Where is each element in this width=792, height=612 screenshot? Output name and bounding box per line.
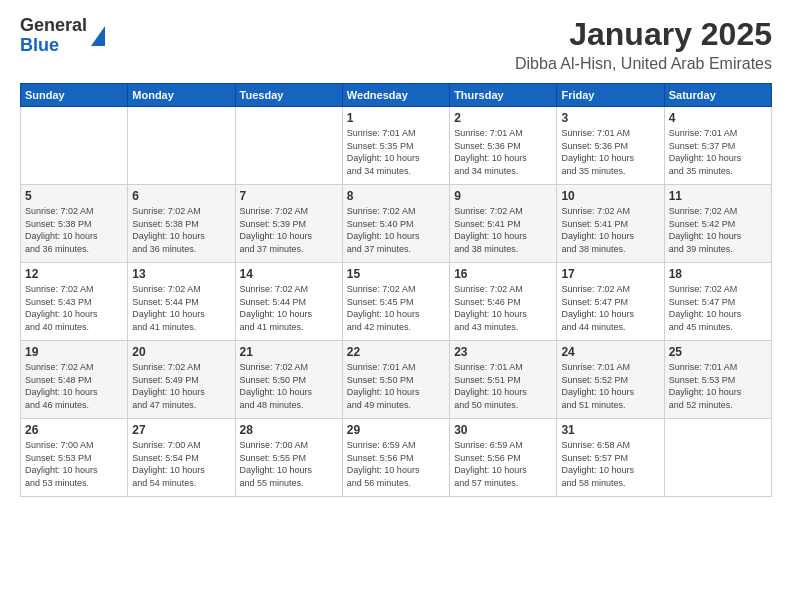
- day-number: 15: [347, 267, 445, 281]
- day-detail: Sunrise: 7:01 AM Sunset: 5:35 PM Dayligh…: [347, 127, 445, 177]
- day-detail: Sunrise: 6:58 AM Sunset: 5:57 PM Dayligh…: [561, 439, 659, 489]
- day-number: 22: [347, 345, 445, 359]
- day-number: 24: [561, 345, 659, 359]
- calendar-cell: 24Sunrise: 7:01 AM Sunset: 5:52 PM Dayli…: [557, 341, 664, 419]
- day-number: 1: [347, 111, 445, 125]
- day-detail: Sunrise: 7:02 AM Sunset: 5:41 PM Dayligh…: [561, 205, 659, 255]
- day-detail: Sunrise: 7:02 AM Sunset: 5:49 PM Dayligh…: [132, 361, 230, 411]
- day-number: 30: [454, 423, 552, 437]
- day-number: 16: [454, 267, 552, 281]
- logo-general: General: [20, 15, 87, 35]
- calendar-cell: 29Sunrise: 6:59 AM Sunset: 5:56 PM Dayli…: [342, 419, 449, 497]
- day-detail: Sunrise: 7:02 AM Sunset: 5:38 PM Dayligh…: [25, 205, 123, 255]
- day-detail: Sunrise: 7:02 AM Sunset: 5:38 PM Dayligh…: [132, 205, 230, 255]
- weekday-header-friday: Friday: [557, 84, 664, 107]
- day-number: 2: [454, 111, 552, 125]
- calendar-cell: 26Sunrise: 7:00 AM Sunset: 5:53 PM Dayli…: [21, 419, 128, 497]
- calendar-cell: 17Sunrise: 7:02 AM Sunset: 5:47 PM Dayli…: [557, 263, 664, 341]
- calendar-cell: 6Sunrise: 7:02 AM Sunset: 5:38 PM Daylig…: [128, 185, 235, 263]
- calendar-cell: 11Sunrise: 7:02 AM Sunset: 5:42 PM Dayli…: [664, 185, 771, 263]
- calendar-cell: 4Sunrise: 7:01 AM Sunset: 5:37 PM Daylig…: [664, 107, 771, 185]
- day-detail: Sunrise: 7:02 AM Sunset: 5:40 PM Dayligh…: [347, 205, 445, 255]
- calendar-cell: 10Sunrise: 7:02 AM Sunset: 5:41 PM Dayli…: [557, 185, 664, 263]
- calendar-cell: [664, 419, 771, 497]
- day-detail: Sunrise: 7:02 AM Sunset: 5:44 PM Dayligh…: [132, 283, 230, 333]
- day-number: 13: [132, 267, 230, 281]
- day-detail: Sunrise: 7:02 AM Sunset: 5:43 PM Dayligh…: [25, 283, 123, 333]
- day-number: 3: [561, 111, 659, 125]
- calendar-cell: 21Sunrise: 7:02 AM Sunset: 5:50 PM Dayli…: [235, 341, 342, 419]
- day-detail: Sunrise: 7:02 AM Sunset: 5:39 PM Dayligh…: [240, 205, 338, 255]
- calendar-cell: 18Sunrise: 7:02 AM Sunset: 5:47 PM Dayli…: [664, 263, 771, 341]
- calendar-cell: 30Sunrise: 6:59 AM Sunset: 5:56 PM Dayli…: [450, 419, 557, 497]
- calendar-cell: 1Sunrise: 7:01 AM Sunset: 5:35 PM Daylig…: [342, 107, 449, 185]
- calendar-cell: 19Sunrise: 7:02 AM Sunset: 5:48 PM Dayli…: [21, 341, 128, 419]
- calendar-cell: [235, 107, 342, 185]
- logo-wave-icon: [91, 26, 105, 46]
- weekday-header-saturday: Saturday: [664, 84, 771, 107]
- calendar-cell: 20Sunrise: 7:02 AM Sunset: 5:49 PM Dayli…: [128, 341, 235, 419]
- weekday-header-wednesday: Wednesday: [342, 84, 449, 107]
- calendar-cell: 9Sunrise: 7:02 AM Sunset: 5:41 PM Daylig…: [450, 185, 557, 263]
- calendar-cell: 3Sunrise: 7:01 AM Sunset: 5:36 PM Daylig…: [557, 107, 664, 185]
- day-number: 28: [240, 423, 338, 437]
- day-number: 14: [240, 267, 338, 281]
- weekday-header-monday: Monday: [128, 84, 235, 107]
- day-detail: Sunrise: 7:02 AM Sunset: 5:44 PM Dayligh…: [240, 283, 338, 333]
- calendar-cell: 25Sunrise: 7:01 AM Sunset: 5:53 PM Dayli…: [664, 341, 771, 419]
- day-detail: Sunrise: 7:01 AM Sunset: 5:37 PM Dayligh…: [669, 127, 767, 177]
- day-detail: Sunrise: 7:01 AM Sunset: 5:53 PM Dayligh…: [669, 361, 767, 411]
- calendar-title: January 2025: [515, 16, 772, 53]
- weekday-header-sunday: Sunday: [21, 84, 128, 107]
- day-detail: Sunrise: 7:02 AM Sunset: 5:41 PM Dayligh…: [454, 205, 552, 255]
- day-number: 7: [240, 189, 338, 203]
- day-number: 21: [240, 345, 338, 359]
- day-number: 29: [347, 423, 445, 437]
- day-number: 5: [25, 189, 123, 203]
- weekday-header-thursday: Thursday: [450, 84, 557, 107]
- week-row-4: 19Sunrise: 7:02 AM Sunset: 5:48 PM Dayli…: [21, 341, 772, 419]
- svg-marker-0: [91, 26, 105, 46]
- day-number: 12: [25, 267, 123, 281]
- calendar-cell: 15Sunrise: 7:02 AM Sunset: 5:45 PM Dayli…: [342, 263, 449, 341]
- day-detail: Sunrise: 6:59 AM Sunset: 5:56 PM Dayligh…: [454, 439, 552, 489]
- calendar-cell: 16Sunrise: 7:02 AM Sunset: 5:46 PM Dayli…: [450, 263, 557, 341]
- calendar-cell: 2Sunrise: 7:01 AM Sunset: 5:36 PM Daylig…: [450, 107, 557, 185]
- title-block: January 2025 Dibba Al-Hisn, United Arab …: [515, 16, 772, 73]
- day-number: 20: [132, 345, 230, 359]
- calendar-cell: 7Sunrise: 7:02 AM Sunset: 5:39 PM Daylig…: [235, 185, 342, 263]
- day-detail: Sunrise: 7:02 AM Sunset: 5:45 PM Dayligh…: [347, 283, 445, 333]
- day-detail: Sunrise: 7:00 AM Sunset: 5:55 PM Dayligh…: [240, 439, 338, 489]
- day-detail: Sunrise: 7:00 AM Sunset: 5:54 PM Dayligh…: [132, 439, 230, 489]
- calendar-cell: 5Sunrise: 7:02 AM Sunset: 5:38 PM Daylig…: [21, 185, 128, 263]
- calendar-table: SundayMondayTuesdayWednesdayThursdayFrid…: [20, 83, 772, 497]
- calendar-cell: [21, 107, 128, 185]
- calendar-container: General Blue January 2025 Dibba Al-Hisn,…: [0, 0, 792, 507]
- week-row-2: 5Sunrise: 7:02 AM Sunset: 5:38 PM Daylig…: [21, 185, 772, 263]
- day-number: 26: [25, 423, 123, 437]
- calendar-cell: 28Sunrise: 7:00 AM Sunset: 5:55 PM Dayli…: [235, 419, 342, 497]
- day-detail: Sunrise: 7:01 AM Sunset: 5:51 PM Dayligh…: [454, 361, 552, 411]
- day-number: 11: [669, 189, 767, 203]
- day-number: 8: [347, 189, 445, 203]
- calendar-cell: 12Sunrise: 7:02 AM Sunset: 5:43 PM Dayli…: [21, 263, 128, 341]
- day-number: 23: [454, 345, 552, 359]
- day-number: 27: [132, 423, 230, 437]
- day-detail: Sunrise: 7:02 AM Sunset: 5:42 PM Dayligh…: [669, 205, 767, 255]
- calendar-cell: 14Sunrise: 7:02 AM Sunset: 5:44 PM Dayli…: [235, 263, 342, 341]
- calendar-cell: 8Sunrise: 7:02 AM Sunset: 5:40 PM Daylig…: [342, 185, 449, 263]
- day-detail: Sunrise: 7:02 AM Sunset: 5:50 PM Dayligh…: [240, 361, 338, 411]
- logo-text: General Blue: [20, 16, 105, 56]
- header: General Blue January 2025 Dibba Al-Hisn,…: [20, 16, 772, 73]
- calendar-cell: 31Sunrise: 6:58 AM Sunset: 5:57 PM Dayli…: [557, 419, 664, 497]
- day-number: 17: [561, 267, 659, 281]
- calendar-cell: 27Sunrise: 7:00 AM Sunset: 5:54 PM Dayli…: [128, 419, 235, 497]
- weekday-header-tuesday: Tuesday: [235, 84, 342, 107]
- day-detail: Sunrise: 7:02 AM Sunset: 5:47 PM Dayligh…: [669, 283, 767, 333]
- calendar-cell: 22Sunrise: 7:01 AM Sunset: 5:50 PM Dayli…: [342, 341, 449, 419]
- week-row-1: 1Sunrise: 7:01 AM Sunset: 5:35 PM Daylig…: [21, 107, 772, 185]
- calendar-subtitle: Dibba Al-Hisn, United Arab Emirates: [515, 55, 772, 73]
- day-number: 31: [561, 423, 659, 437]
- day-detail: Sunrise: 7:01 AM Sunset: 5:52 PM Dayligh…: [561, 361, 659, 411]
- day-detail: Sunrise: 7:00 AM Sunset: 5:53 PM Dayligh…: [25, 439, 123, 489]
